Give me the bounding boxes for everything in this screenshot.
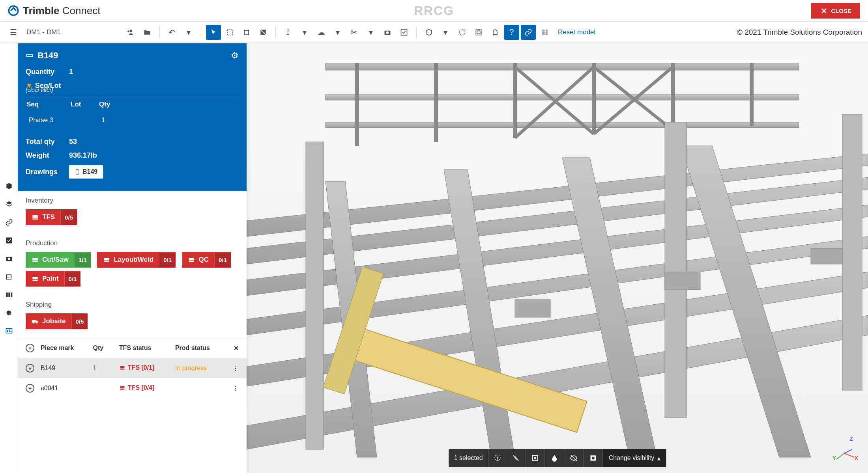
grid-icon[interactable] xyxy=(537,25,552,40)
cloud-icon[interactable]: ☁ xyxy=(314,25,329,40)
expand-icon[interactable]: + xyxy=(26,384,34,393)
paint-chip[interactable]: Paint 0/1 xyxy=(26,271,80,287)
measure-icon[interactable]: ⟟ xyxy=(281,25,296,40)
pallet-icon xyxy=(187,256,195,264)
axis-gizmo[interactable]: Z X Y xyxy=(832,438,856,461)
add-user-icon[interactable] xyxy=(123,25,138,40)
shipping-title: Shipping xyxy=(26,301,239,309)
tfs-chip[interactable]: TFS 0/5 xyxy=(26,209,77,225)
cut-icon[interactable]: ✂ xyxy=(347,25,362,40)
svg-line-81 xyxy=(836,453,844,459)
app-header: Trimble Connect RRCG CLOSE xyxy=(0,0,868,22)
fit-icon[interactable] xyxy=(526,449,545,467)
svg-point-6 xyxy=(244,34,245,35)
paint-icon[interactable] xyxy=(545,449,565,467)
expand-all-icon[interactable]: + xyxy=(26,344,34,352)
total-qty-value: 53 xyxy=(69,138,77,146)
svg-rect-69 xyxy=(842,114,862,390)
help-icon[interactable]: ? xyxy=(504,25,519,40)
quantity-label: Quantity xyxy=(26,68,61,76)
dropdown4-icon[interactable]: ▾ xyxy=(363,25,378,40)
rail-cube-icon[interactable] xyxy=(4,181,14,191)
svg-rect-71 xyxy=(665,272,700,290)
row-menu-icon[interactable]: ⋮ xyxy=(228,385,239,392)
transform-icon[interactable] xyxy=(239,25,254,40)
svg-rect-67 xyxy=(306,142,324,449)
beam-icon xyxy=(26,52,34,60)
rail-columns-icon[interactable] xyxy=(4,290,14,300)
logo: Trimble Connect xyxy=(8,5,101,17)
menu-icon[interactable]: ☰ xyxy=(6,25,21,40)
svg-point-75 xyxy=(534,457,536,459)
svg-rect-24 xyxy=(10,331,11,332)
select-tool[interactable] xyxy=(206,25,221,40)
dropdown5-icon[interactable]: ▾ xyxy=(438,25,453,40)
svg-rect-23 xyxy=(9,330,10,332)
rail-hierarchy-icon[interactable]: ⊟ xyxy=(4,272,14,281)
quantity-value: 1 xyxy=(69,68,73,76)
rail-layers-icon[interactable] xyxy=(4,199,14,209)
svg-point-39 xyxy=(36,322,37,324)
rect-select-icon[interactable] xyxy=(223,25,238,40)
tools-icon[interactable]: ✕ xyxy=(234,345,239,352)
svg-rect-31 xyxy=(104,258,109,261)
svg-point-17 xyxy=(7,258,10,261)
hide-icon[interactable] xyxy=(565,449,584,467)
svg-rect-22 xyxy=(7,330,8,332)
rail-link-icon[interactable] xyxy=(4,218,14,227)
ghost-icon[interactable] xyxy=(488,25,503,40)
wireframe-icon[interactable] xyxy=(471,25,486,40)
folder-icon[interactable] xyxy=(140,25,155,40)
rail-settings-icon[interactable]: ✸ xyxy=(4,308,14,318)
svg-rect-68 xyxy=(665,122,687,418)
pallet-icon xyxy=(31,213,39,221)
shipping-section: Shipping Jobsite 0/5 xyxy=(18,295,247,338)
row-menu-icon[interactable]: ⋮ xyxy=(228,365,239,372)
svg-rect-14 xyxy=(542,30,547,35)
col-qty: Qty xyxy=(99,97,238,112)
reset-model-link[interactable]: Reset model xyxy=(558,28,595,36)
cube-icon[interactable] xyxy=(421,25,436,40)
rail-check-icon[interactable] xyxy=(4,236,14,245)
info-icon[interactable]: ⓘ xyxy=(489,449,507,467)
layoutweld-chip[interactable]: Layout/Weld 0/1 xyxy=(97,252,176,268)
close-button[interactable]: CLOSE xyxy=(811,3,860,19)
svg-rect-42 xyxy=(120,386,124,388)
gear-icon[interactable]: ⚙ xyxy=(231,50,239,61)
contrast-icon[interactable] xyxy=(256,25,271,40)
undo-icon[interactable]: ↶ xyxy=(165,25,180,40)
jobsite-chip[interactable]: Jobsite 0/5 xyxy=(26,313,88,329)
drawings-button[interactable]: B149 xyxy=(69,165,103,179)
dropdown3-icon[interactable]: ▾ xyxy=(330,25,345,40)
isolate-icon[interactable] xyxy=(584,449,603,467)
qc-chip[interactable]: QC 0/1 xyxy=(182,252,230,268)
close-icon xyxy=(820,7,828,15)
svg-rect-72 xyxy=(811,248,842,264)
svg-rect-37 xyxy=(32,320,36,323)
camera-icon[interactable] xyxy=(380,25,395,40)
dropdown-icon[interactable]: ▾ xyxy=(181,25,196,40)
svg-line-80 xyxy=(844,453,854,457)
rail-camera-icon[interactable] xyxy=(4,254,14,263)
svg-rect-2 xyxy=(227,30,232,35)
checkbox-icon[interactable] xyxy=(397,25,412,40)
unlink-icon[interactable] xyxy=(507,449,526,467)
cutsaw-chip[interactable]: Cut/Saw 1/1 xyxy=(26,252,91,268)
expand-icon[interactable]: + xyxy=(26,364,34,372)
col-prod-status: Prod status xyxy=(175,345,228,352)
table-row[interactable]: + B149 1 TFS [0/1] In progress ⋮ xyxy=(18,358,247,378)
drawings-label: Drawings xyxy=(26,168,61,176)
svg-line-79 xyxy=(844,449,852,453)
svg-rect-19 xyxy=(8,292,10,297)
table-row[interactable]: + a0041 TFS [0/4] ⋮ xyxy=(18,378,247,398)
dropdown2-icon[interactable]: ▾ xyxy=(297,25,312,40)
link-icon[interactable] xyxy=(521,25,536,40)
seq-row[interactable]: Phase 3 1 xyxy=(26,112,238,128)
svg-rect-29 xyxy=(32,258,37,261)
svg-rect-32 xyxy=(104,261,109,262)
svg-rect-43 xyxy=(120,389,124,389)
rail-dashboard-icon[interactable] xyxy=(4,326,14,336)
cube2-icon[interactable] xyxy=(455,25,470,40)
change-visibility-dropdown[interactable]: Change visibility ▴ xyxy=(603,449,666,467)
3d-viewport[interactable]: 1 selected ⓘ Change visibility ▴ Z X Y xyxy=(247,43,868,473)
